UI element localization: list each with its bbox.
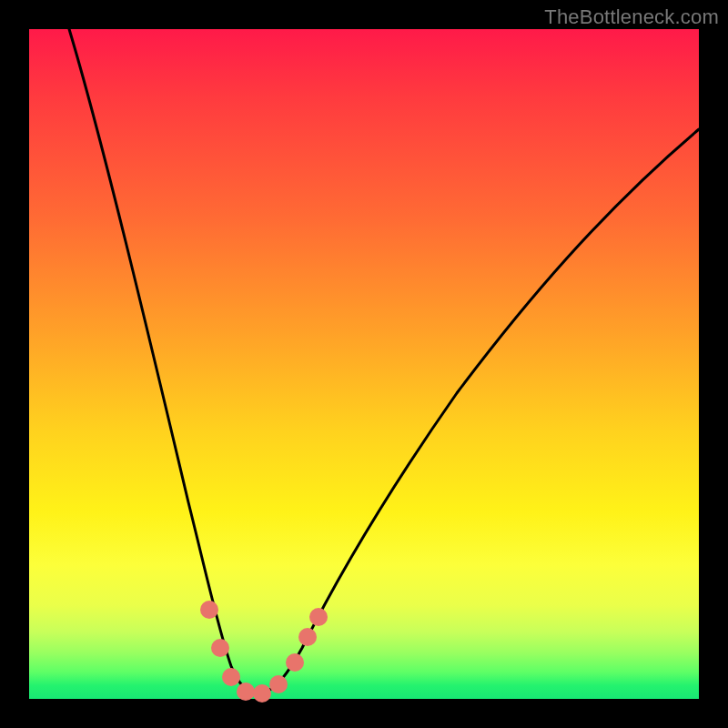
curve-marker bbox=[237, 682, 255, 701]
curve-marker bbox=[309, 608, 328, 626]
curve-marker bbox=[298, 628, 317, 646]
chart-svg bbox=[29, 29, 699, 699]
chart-frame: TheBottleneck.com bbox=[0, 0, 728, 728]
chart-plot-area bbox=[29, 29, 699, 699]
curve-marker bbox=[200, 601, 218, 619]
watermark-text: TheBottleneck.com bbox=[544, 5, 719, 29]
curve-marker bbox=[269, 675, 288, 693]
curve-marker bbox=[211, 639, 229, 657]
curve-marker bbox=[286, 653, 304, 672]
curve-marker bbox=[222, 668, 240, 686]
curve-marker bbox=[253, 684, 271, 703]
curve-markers bbox=[200, 601, 328, 703]
bottleneck-curve bbox=[69, 29, 699, 693]
